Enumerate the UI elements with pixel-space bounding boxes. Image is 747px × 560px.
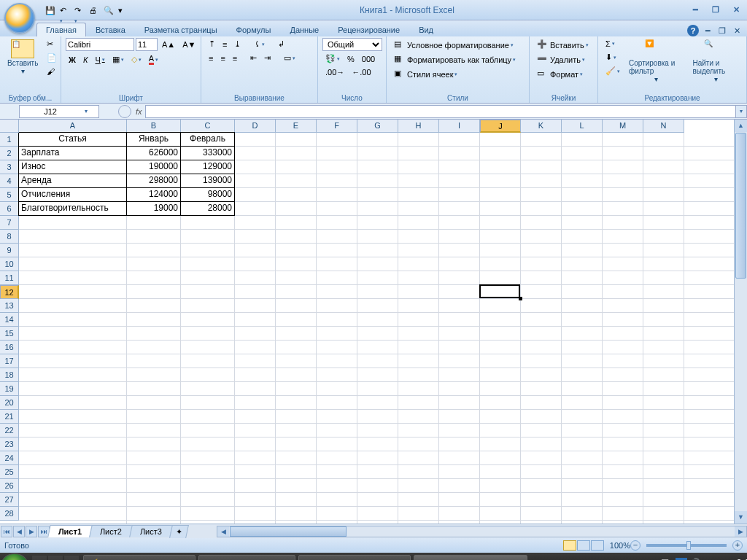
name-box[interactable] — [20, 107, 81, 116]
row-header-22[interactable]: 22 — [0, 424, 19, 438]
row-header-19[interactable]: 19 — [0, 382, 19, 396]
cell-A6[interactable]: Благотворительность — [19, 202, 126, 216]
insert-cells-button[interactable]: ➕Вставить▾ — [534, 38, 592, 52]
format-painter-icon[interactable]: 🖌 — [44, 66, 60, 77]
row-header-11[interactable]: 11 — [0, 271, 19, 285]
formula-input[interactable] — [145, 105, 735, 118]
tab-page-layout[interactable]: Разметка страницы — [135, 23, 227, 36]
decrease-decimal-icon[interactable]: ←.00 — [349, 66, 374, 78]
sheet-tab-3[interactable]: Лист3 — [129, 525, 173, 537]
column-header-C[interactable]: C — [181, 120, 235, 133]
orientation-icon[interactable]: ⤹▾ — [251, 38, 268, 50]
task-item-1[interactable]: ⚡49. 049 Jay Sean Fea... — [83, 555, 196, 560]
column-header-E[interactable]: E — [276, 120, 317, 133]
task-item-4[interactable]: XMicrosoft Excel - Книга1 — [414, 555, 527, 560]
column-header-D[interactable]: D — [235, 120, 276, 133]
horizontal-scrollbar[interactable]: ◀ ▶ — [217, 526, 747, 537]
column-header-H[interactable]: H — [398, 120, 439, 133]
row-header-3[interactable]: 3 — [0, 160, 19, 174]
fill-handle[interactable] — [519, 297, 522, 300]
cut-icon[interactable]: ✂ — [44, 38, 60, 50]
row-header-15[interactable]: 15 — [0, 327, 19, 341]
scroll-left-icon[interactable]: ◀ — [217, 526, 229, 537]
row-header-1[interactable]: 1 — [0, 133, 19, 147]
row-header-13[interactable]: 13 — [0, 299, 19, 313]
row-header-7[interactable]: 7 — [0, 216, 19, 230]
column-header-M[interactable]: M — [603, 120, 643, 133]
format-as-table-button[interactable]: ▦Форматировать как таблицу▾ — [391, 52, 519, 67]
row-header-28[interactable]: 28 — [0, 507, 19, 521]
align-bottom-icon[interactable]: ⤓ — [231, 38, 244, 50]
row-header-12[interactable]: 12 — [0, 285, 19, 299]
comma-icon[interactable]: 000 — [359, 53, 378, 65]
qat-dropdown-icon[interactable]: ▾ — [115, 4, 127, 16]
cell-A5[interactable]: Отчисления — [19, 188, 126, 202]
save-icon[interactable]: 💾 — [42, 4, 54, 16]
bold-button[interactable]: Ж — [66, 54, 79, 66]
cell-B2[interactable]: 626000 — [127, 147, 180, 160]
fill-color-button[interactable]: ◇▾ — [128, 53, 144, 66]
page-layout-view-icon[interactable] — [577, 540, 590, 551]
column-header-F[interactable]: F — [317, 120, 357, 133]
column-header-J[interactable]: J — [480, 120, 521, 133]
cell-A4[interactable]: Аренда — [19, 174, 126, 188]
task-item-3[interactable]: W293810 [Режим огран... — [298, 555, 411, 560]
font-color-button[interactable]: A▾ — [146, 52, 161, 66]
increase-decimal-icon[interactable]: .00→ — [322, 66, 347, 78]
spreadsheet-grid[interactable]: ABCDEFGHIJKLMN 1234567891011121314151617… — [0, 120, 747, 524]
row-header-26[interactable]: 26 — [0, 479, 19, 493]
sheet-tab-1[interactable]: Лист1 — [47, 525, 93, 537]
italic-button[interactable]: К — [80, 54, 90, 66]
conditional-formatting-button[interactable]: ▤Условное форматирование▾ — [391, 38, 516, 52]
cell-C5[interactable]: 98000 — [181, 188, 234, 202]
cancel-formula-icon[interactable] — [118, 105, 131, 118]
column-header-B[interactable]: B — [127, 120, 181, 133]
column-header-N[interactable]: N — [643, 120, 684, 133]
row-header-10[interactable]: 10 — [0, 257, 19, 271]
first-sheet-icon[interactable]: ⏮ — [1, 526, 12, 537]
copy-icon[interactable]: 📄 — [44, 52, 60, 64]
print-icon[interactable]: 🖨 — [86, 4, 98, 16]
increase-indent-icon[interactable]: ⇥ — [261, 52, 274, 64]
row-header-9[interactable]: 9 — [0, 244, 19, 257]
row-header-16[interactable]: 16 — [0, 341, 19, 354]
cell-C2[interactable]: 333000 — [181, 147, 234, 160]
cell-C6[interactable]: 28000 — [181, 202, 234, 216]
sheet-tab-2[interactable]: Лист2 — [89, 525, 133, 537]
wrap-text-icon[interactable]: ↲ — [275, 38, 287, 50]
shrink-font-icon[interactable]: A▼ — [179, 39, 198, 50]
tab-data[interactable]: Данные — [280, 23, 328, 36]
scroll-down-icon[interactable]: ▼ — [735, 511, 747, 524]
currency-icon[interactable]: 💱▾ — [322, 52, 343, 65]
column-header-A[interactable]: A — [19, 120, 127, 133]
underline-button[interactable]: Ч▾ — [92, 54, 107, 66]
sort-filter-button[interactable]: 🔽 Сортировка и фильтр▾ — [626, 38, 686, 85]
new-sheet-button[interactable]: ✦ — [169, 525, 189, 538]
align-right-icon[interactable]: ≡ — [230, 52, 240, 64]
cell-B1[interactable]: Январь — [127, 133, 180, 147]
zoom-out-button[interactable]: − — [630, 540, 640, 551]
task-item-2[interactable]: W24 - Microsoft Word — [198, 555, 295, 560]
row-header-27[interactable]: 27 — [0, 493, 19, 507]
normal-view-icon[interactable] — [563, 540, 576, 551]
row-header-23[interactable]: 23 — [0, 438, 19, 451]
office-button[interactable] — [4, 3, 35, 34]
expand-formula-bar-icon[interactable]: ▾ — [735, 105, 747, 118]
cell-A3[interactable]: Износ — [19, 160, 126, 174]
vscroll-thumb[interactable] — [735, 133, 746, 279]
row-header-8[interactable]: 8 — [0, 230, 19, 244]
cell-B5[interactable]: 124000 — [127, 188, 180, 202]
percent-icon[interactable]: % — [344, 53, 357, 65]
tab-view[interactable]: Вид — [409, 23, 443, 36]
row-header-14[interactable]: 14 — [0, 313, 19, 327]
minimize-button[interactable]: ━ — [687, 4, 703, 17]
mdi-restore-icon[interactable]: ❐ — [716, 25, 728, 36]
tab-insert[interactable]: Вставка — [86, 23, 135, 36]
fx-icon[interactable]: fx — [136, 107, 142, 116]
hscroll-thumb[interactable] — [230, 526, 347, 537]
tab-home[interactable]: Главная — [36, 23, 86, 36]
find-select-button[interactable]: 🔍 Найти и выделить▾ — [689, 38, 742, 85]
grow-font-icon[interactable]: A▲ — [159, 39, 178, 50]
border-button[interactable]: ▦▾ — [109, 53, 127, 66]
maximize-button[interactable]: ❐ — [708, 4, 724, 17]
